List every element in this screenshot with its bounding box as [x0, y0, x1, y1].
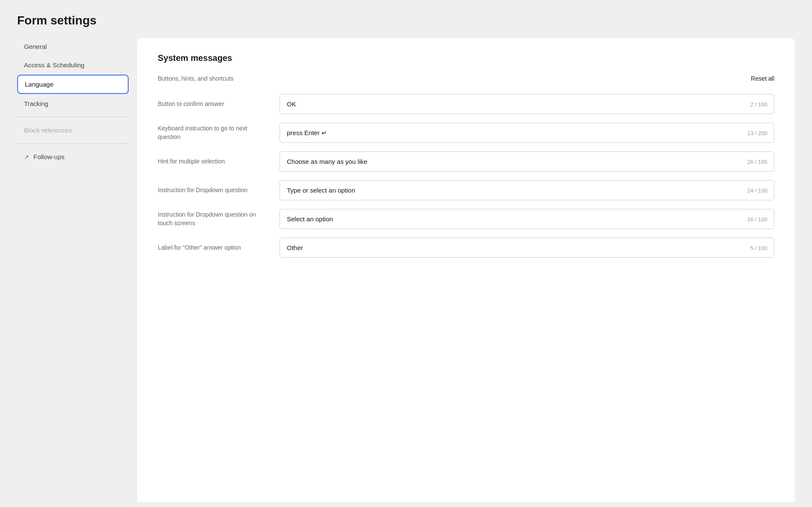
field-wrapper-hint-multiple: 26 / 165	[280, 151, 774, 172]
sidebar-divider	[17, 117, 129, 117]
input-hint-multiple[interactable]	[280, 151, 774, 172]
input-keyboard-instruction[interactable]	[280, 123, 774, 143]
reset-all-button[interactable]: Reset all	[751, 75, 774, 82]
section-title: System messages	[158, 53, 774, 63]
field-wrapper-other-label: 5 / 100	[280, 238, 774, 258]
label-other-label: Label for “Other” answer option	[158, 244, 269, 252]
sidebar-item-tracking[interactable]: Tracking	[17, 95, 129, 112]
label-dropdown-instruction: Instruction for Dropdown question	[158, 186, 269, 195]
input-other-label[interactable]	[280, 238, 774, 258]
input-dropdown-instruction[interactable]	[280, 180, 774, 200]
field-wrapper-dropdown-instruction: 24 / 100	[280, 180, 774, 200]
page-title: Form settings	[0, 0, 812, 38]
input-dropdown-touch[interactable]	[280, 209, 774, 229]
field-wrapper-dropdown-touch: 16 / 100	[280, 209, 774, 229]
form-row-button-confirm: Button to confirm answer 2 / 100	[158, 94, 774, 114]
section-subtitle: Buttons, hints, and shortcuts	[158, 75, 234, 82]
sidebar-item-follow-ups[interactable]: ↗ Follow-ups	[17, 148, 129, 166]
form-row-other-label: Label for “Other” answer option 5 / 100	[158, 238, 774, 258]
sidebar: General Access & Scheduling Language Tra…	[17, 38, 137, 502]
main-panel: System messages Buttons, hints, and shor…	[137, 38, 795, 502]
external-link-icon: ↗	[24, 154, 29, 160]
form-row-dropdown-instruction: Instruction for Dropdown question 24 / 1…	[158, 180, 774, 200]
sidebar-item-block-references: Block references	[17, 121, 129, 139]
sidebar-item-access-scheduling[interactable]: Access & Scheduling	[17, 56, 129, 74]
field-wrapper-button-confirm: 2 / 100	[280, 94, 774, 114]
field-wrapper-keyboard-instruction: 13 / 200	[280, 123, 774, 143]
sidebar-label-block-references: Block references	[24, 127, 72, 134]
sidebar-label-general: General	[24, 43, 47, 50]
form-row-hint-multiple: Hint for multiple selection 26 / 165	[158, 151, 774, 172]
input-button-confirm[interactable]	[280, 94, 774, 114]
footer-bar: Cancel Save	[0, 502, 812, 507]
sidebar-label-access-scheduling: Access & Scheduling	[24, 61, 84, 69]
form-row-dropdown-touch: Instruction for Dropdown question on tou…	[158, 209, 774, 229]
label-button-confirm: Button to confirm answer	[158, 100, 269, 109]
form-row-keyboard-instruction: Keyboard instruction to go to next quest…	[158, 123, 774, 143]
label-keyboard-instruction: Keyboard instruction to go to next quest…	[158, 124, 269, 141]
sidebar-label-tracking: Tracking	[24, 100, 48, 107]
sidebar-item-general[interactable]: General	[17, 38, 129, 55]
sidebar-label-language: Language	[25, 81, 54, 88]
label-dropdown-touch: Instruction for Dropdown question on tou…	[158, 211, 269, 227]
sidebar-label-follow-ups: Follow-ups	[33, 153, 65, 160]
section-header: Buttons, hints, and shortcuts Reset all	[158, 75, 774, 82]
sidebar-divider-2	[17, 143, 129, 144]
sidebar-item-language[interactable]: Language	[17, 75, 129, 94]
label-hint-multiple: Hint for multiple selection	[158, 157, 269, 166]
